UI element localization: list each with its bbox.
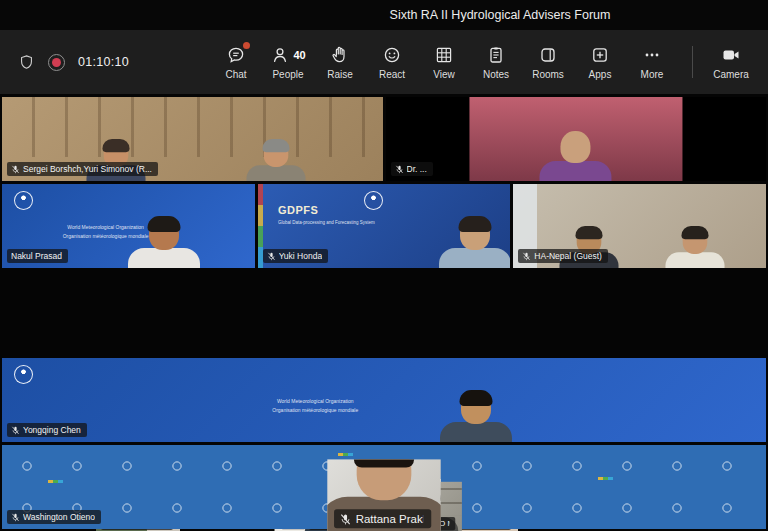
gdpfs-backdrop-subtitle: Global Data-processing and Forecasting S… (278, 219, 419, 226)
toolbar-separator (692, 46, 693, 78)
participant-name: Nakul Prasad (11, 251, 62, 261)
raise-hand-icon (330, 44, 350, 65)
window-titlebar: Sixth RA II Hydrological Advisers Forum (0, 0, 768, 30)
raise-hand-button[interactable]: Raise (314, 30, 366, 94)
notes-button-label: Notes (483, 69, 509, 80)
participant-name: Sergei Borshch,Yuri Simonov (R... (23, 164, 152, 174)
participant-video-figure (242, 139, 311, 181)
camera-icon (721, 44, 741, 65)
camera-button-label: Camera (713, 69, 749, 80)
participant-name: Yuki Honda (279, 251, 322, 261)
participant-nameplate: Yongqing Chen (7, 423, 87, 437)
video-tile[interactable]: Dr. ... (386, 97, 767, 181)
participant-video-figure (122, 216, 206, 268)
mic-muted-icon (11, 165, 20, 174)
tile-row: Valeria Koliy (Rus) (гость)Sergei Borshc… (2, 97, 766, 181)
video-grid: Valeria Koliy (Rus) (гость)Sergei Borshc… (0, 94, 768, 531)
camera-button[interactable]: Camera (698, 30, 764, 94)
video-tile[interactable]: GDPFSGlobal Data-processing and Forecast… (258, 184, 511, 268)
tile-row: World Meteorological OrganizationOrganis… (2, 184, 766, 268)
view-button-label: View (433, 69, 455, 80)
apps-button-label: Apps (589, 69, 612, 80)
participant-name: Washington Otieno (23, 512, 95, 522)
notes-button[interactable]: Notes (470, 30, 522, 94)
mic-muted-icon (395, 165, 404, 174)
mic-muted-icon (11, 426, 20, 435)
view-button[interactable]: View (418, 30, 470, 94)
scene-accent (258, 184, 263, 268)
video-tile[interactable]: World Meteorological OrganizationOrganis… (2, 184, 255, 268)
meeting-title: Sixth RA II Hydrological Advisers Forum (390, 8, 611, 22)
participant-nameplate: HA-Nepal (Guest) (518, 249, 608, 263)
participant-name: Dr. ... (407, 164, 427, 174)
toolbar-buttons: Chat 40 People Raise React View Notes Ro… (210, 30, 678, 94)
participant-nameplate: Sergei Borshch,Yuri Simonov (R... (7, 162, 158, 176)
tile-row: TMD_W Petsuwan (Guest)Washington OtienoS… (2, 445, 766, 529)
raise-button-label: Raise (327, 69, 353, 80)
chat-button-label: Chat (225, 69, 246, 80)
climate-stripes (48, 480, 63, 483)
meeting-toolbar: 01:10:10 Chat 40 People Raise React View… (0, 30, 768, 94)
participant-name: HA-Nepal (Guest) (534, 251, 602, 261)
participant-nameplate: Nakul Prasad (7, 249, 68, 263)
gdpfs-backdrop-title: GDPFS (278, 204, 318, 216)
wmo-logo-icon (14, 191, 33, 210)
participant-nameplate: Rattana Prakhammintara... (334, 509, 431, 528)
notes-icon (486, 44, 506, 65)
rooms-button-label: Rooms (532, 69, 564, 80)
wmo-logo-icon (14, 365, 33, 384)
participant-video-figure (534, 129, 618, 181)
mic-muted-icon (11, 513, 20, 522)
people-button-label: People (272, 69, 303, 80)
tile-row: SATO / RA-II-WG-I (ゲス...Nirina Ravaliter… (2, 271, 766, 355)
react-smiley-icon (382, 44, 402, 65)
wmo-logo-icon (364, 191, 383, 210)
mic-muted-icon (339, 513, 351, 525)
climate-stripes (598, 477, 613, 480)
people-button[interactable]: 40 People (262, 30, 314, 94)
mic-muted-icon (267, 252, 276, 261)
people-icon: 40 (270, 44, 305, 65)
mic-muted-icon (522, 252, 531, 261)
more-button-label: More (641, 69, 664, 80)
more-button[interactable]: More (626, 30, 678, 94)
participant-video-figure (434, 390, 518, 442)
participant-video-figure (433, 216, 510, 268)
react-button-label: React (379, 69, 405, 80)
security-shield-icon (18, 53, 35, 72)
rooms-button[interactable]: Rooms (522, 30, 574, 94)
participant-video-figure (661, 226, 730, 268)
apps-button[interactable]: Apps (574, 30, 626, 94)
climate-stripes (338, 453, 353, 456)
apps-plus-icon (590, 44, 610, 65)
participant-nameplate: Yuki Honda (263, 249, 328, 263)
participant-count: 40 (293, 49, 305, 61)
view-grid-icon (434, 44, 454, 65)
rooms-icon (538, 44, 558, 65)
meeting-status-group: 01:10:10 (18, 30, 129, 94)
participant-nameplate: Washington Otieno (7, 510, 101, 524)
chat-notification-badge (243, 42, 250, 49)
participant-name: Rattana Prakhammintara... (356, 512, 424, 526)
tile-row: Sung Kim (게스트)338202697002 (Guest)Giacom… (2, 358, 766, 442)
video-tile[interactable]: Sergei Borshch,Yuri Simonov (R... (2, 97, 383, 181)
chat-button[interactable]: Chat (210, 30, 262, 94)
react-button[interactable]: React (366, 30, 418, 94)
video-tile[interactable]: HA-Nepal (Guest) (513, 184, 766, 268)
portrait-video-strip (469, 97, 682, 181)
recording-indicator-icon (48, 54, 65, 71)
chat-icon (226, 44, 246, 65)
video-tile[interactable]: Rattana Prakhammintara... (327, 459, 440, 531)
meeting-timer: 01:10:10 (78, 55, 129, 69)
video-tile[interactable]: World Meteorological OrganizationOrganis… (2, 358, 766, 442)
participant-name: Yongqing Chen (23, 425, 81, 435)
more-ellipsis-icon (642, 44, 662, 65)
participant-nameplate: Dr. ... (391, 162, 433, 176)
